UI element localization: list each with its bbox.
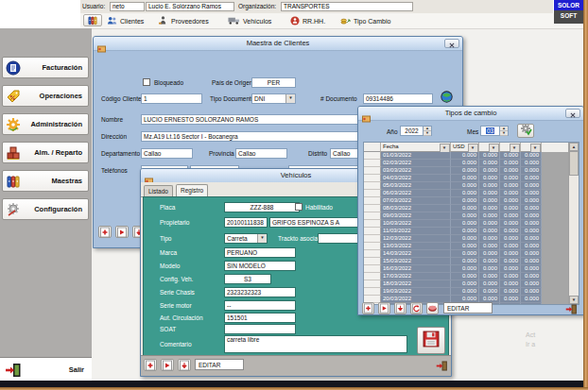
usd-cell[interactable]: 0.000: [451, 243, 479, 250]
rate-cell[interactable]: 0.000: [479, 235, 500, 243]
rate-cell[interactable]: 0.000: [500, 235, 521, 243]
rate-cell[interactable]: 0.000: [479, 243, 500, 250]
table-row[interactable]: 13/03/20220.0000.0000.0000.000: [364, 243, 579, 250]
filter-dropdown-icon[interactable]: ▼: [510, 144, 520, 153]
table-row[interactable]: 19/03/20220.0000.0000.0000.000: [364, 288, 579, 296]
rate-cell[interactable]: 0.000: [500, 175, 521, 182]
table-row[interactable]: 12/03/20220.0000.0000.0000.000: [364, 235, 579, 243]
row-selector[interactable]: [364, 167, 381, 175]
usd-cell[interactable]: 0.000: [451, 235, 479, 243]
rate-cell[interactable]: 0.000: [500, 205, 521, 212]
rate-cell[interactable]: 0.000: [500, 212, 521, 220]
spinner-arrows-icon[interactable]: ▲▼: [499, 127, 508, 135]
rate-cell[interactable]: 0.000: [500, 197, 521, 205]
rate-cell[interactable]: 0.000: [521, 175, 542, 182]
editar-status-field[interactable]: EDITAR: [443, 302, 493, 314]
row-selector[interactable]: [364, 160, 381, 167]
usd-cell[interactable]: 0.000: [451, 212, 479, 220]
num-documento-field[interactable]: 09314486: [363, 93, 433, 104]
rate-cell[interactable]: 0.000: [500, 280, 521, 288]
usd-cell[interactable]: 0.000: [451, 265, 479, 273]
rate-cell[interactable]: 0.000: [521, 220, 542, 228]
rate-cell[interactable]: 0.000: [521, 205, 542, 212]
sidebar-item-configuracion[interactable]: Configuración: [2, 198, 89, 220]
usd-cell[interactable]: 0.000: [451, 228, 479, 235]
usd-cell[interactable]: 0.000: [451, 280, 479, 288]
rate-cell[interactable]: 0.000: [521, 228, 542, 235]
record-new-button[interactable]: [362, 302, 374, 314]
column-header[interactable]: ▼: [500, 143, 521, 152]
record-delete-button[interactable]: [178, 359, 191, 371]
fecha-cell[interactable]: 10/03/2022: [381, 220, 451, 228]
usd-cell[interactable]: 0.000: [451, 250, 479, 258]
sidebar-item-alm-reparto[interactable]: Alm. / Reparto: [2, 142, 89, 163]
close-button[interactable]: [565, 109, 580, 118]
rate-cell[interactable]: 0.000: [479, 265, 500, 273]
table-row[interactable]: 17/03/20220.0000.0000.0000.000: [364, 273, 579, 280]
rate-cell[interactable]: 0.000: [521, 296, 542, 303]
fecha-cell[interactable]: 17/03/2022: [381, 273, 451, 280]
rate-cell[interactable]: 0.000: [500, 265, 521, 273]
lookup-globe-button[interactable]: [441, 90, 453, 107]
rate-cell[interactable]: 0.000: [521, 235, 542, 243]
library-button[interactable]: [83, 14, 102, 26]
filter-dropdown-icon[interactable]: ▼: [530, 144, 541, 153]
rate-cell[interactable]: 0.000: [479, 160, 500, 167]
toolbar-item-clientes[interactable]: Clientes: [107, 15, 144, 26]
tipo-documento-select[interactable]: DNI ▼: [251, 93, 296, 104]
serie-motor-field[interactable]: --: [224, 300, 296, 311]
usd-cell[interactable]: 0.000: [451, 190, 479, 197]
rate-cell[interactable]: 0.000: [500, 167, 521, 175]
fecha-cell[interactable]: 09/03/2022: [381, 212, 451, 220]
toolbar-item-tipo-cambio[interactable]: Tipo Cambio: [340, 15, 390, 26]
fecha-cell[interactable]: 15/03/2022: [381, 258, 451, 265]
rate-cell[interactable]: 0.000: [521, 258, 542, 265]
soat-field[interactable]: [224, 324, 296, 334]
rate-cell[interactable]: 0.000: [500, 160, 521, 167]
fecha-cell[interactable]: 04/03/2022: [381, 175, 451, 182]
rate-cell[interactable]: 0.000: [479, 197, 500, 205]
codigo-cliente-field[interactable]: 1: [141, 93, 202, 104]
rate-cell[interactable]: 0.000: [521, 190, 542, 197]
fecha-cell[interactable]: 01/03/2022: [381, 152, 451, 160]
aut-circulacion-field[interactable]: 151501: [224, 313, 296, 323]
usuario-field[interactable]: neto: [110, 2, 145, 11]
record-refresh-button[interactable]: [410, 302, 423, 314]
tipo-select[interactable]: Carreta ▼: [224, 233, 268, 244]
sidebar-item-facturacion[interactable]: Facturación: [2, 57, 89, 78]
table-row[interactable]: 09/03/20220.0000.0000.0000.000: [364, 212, 579, 220]
rate-cell[interactable]: 0.000: [479, 250, 500, 258]
usd-column-header[interactable]: USD▼: [451, 143, 479, 152]
rate-cell[interactable]: 0.000: [500, 258, 521, 265]
usd-cell[interactable]: 0.000: [451, 152, 479, 160]
usuario-fullname-field[interactable]: Lucio E. Solórzano Ramos: [146, 2, 234, 11]
usd-cell[interactable]: 0.000: [451, 167, 479, 175]
rate-cell[interactable]: 0.000: [479, 280, 500, 288]
toolbar-item-rrhh[interactable]: RR.HH.: [290, 15, 325, 26]
rate-cell[interactable]: 0.000: [500, 182, 521, 190]
sidebar-item-administracion[interactable]: Administración: [2, 113, 89, 135]
tipos-cambio-titlebar[interactable]: Tipos de cambio: [358, 107, 583, 121]
row-selector[interactable]: [364, 243, 381, 250]
modelo-field[interactable]: SIN MODELO: [224, 261, 296, 271]
tracto-asociado-field[interactable]: [318, 233, 361, 244]
serie-chasis-field[interactable]: 2323232323: [224, 287, 296, 297]
exit-window-button[interactable]: [565, 302, 578, 319]
row-selector[interactable]: [364, 182, 381, 190]
usd-cell[interactable]: 0.000: [451, 205, 479, 212]
rate-cell[interactable]: 0.000: [521, 280, 542, 288]
marca-field[interactable]: PERUANO: [224, 247, 296, 258]
toolbar-item-proveedores[interactable]: Proveedores: [158, 15, 209, 26]
fecha-cell[interactable]: 19/03/2022: [381, 288, 451, 296]
propietario-ruc-field[interactable]: 20100111838: [224, 217, 268, 228]
table-row[interactable]: 08/03/20220.0000.0000.0000.000: [364, 205, 579, 212]
row-selector[interactable]: [364, 197, 381, 205]
rate-cell[interactable]: 0.000: [479, 152, 500, 160]
provincia-field[interactable]: Callao: [235, 148, 287, 159]
usd-cell[interactable]: 0.000: [451, 273, 479, 280]
row-selector[interactable]: [364, 220, 381, 228]
fecha-cell[interactable]: 03/03/2022: [381, 167, 451, 175]
usd-cell[interactable]: 0.000: [451, 182, 479, 190]
record-next-button[interactable]: [161, 359, 174, 371]
rate-cell[interactable]: 0.000: [500, 250, 521, 258]
